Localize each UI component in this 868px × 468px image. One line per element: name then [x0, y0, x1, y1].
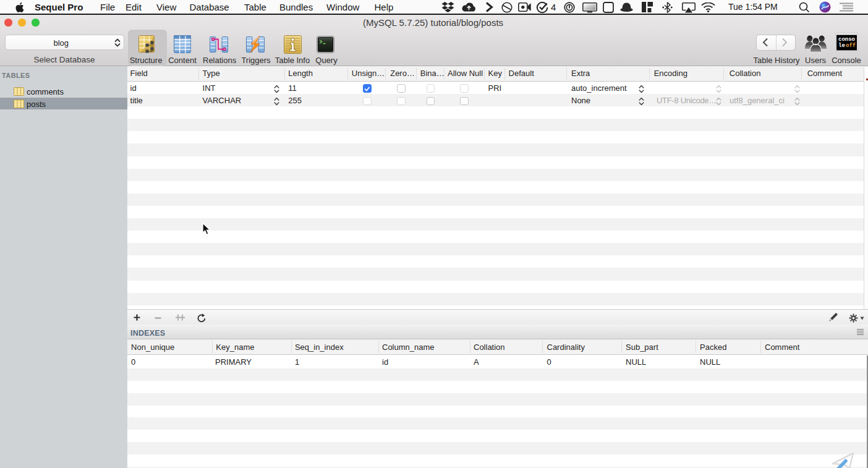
svg-text:le: le: [838, 43, 845, 49]
svg-text:conso: conso: [838, 36, 855, 43]
svg-text:off: off: [846, 43, 856, 49]
